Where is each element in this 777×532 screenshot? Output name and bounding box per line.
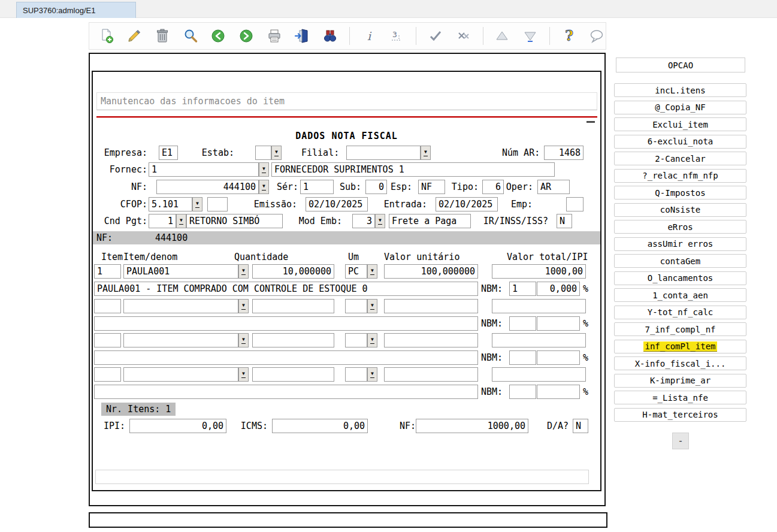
item-denom-spinner[interactable] — [238, 264, 249, 279]
item-denom-spinner[interactable] — [238, 367, 249, 382]
estab-spinner[interactable] — [271, 146, 282, 160]
item-denom-field[interactable] — [123, 367, 238, 382]
item-qty-field[interactable] — [252, 333, 334, 347]
cnd-pgt-field[interactable]: 1 — [149, 214, 176, 228]
option-mat-terceiros[interactable]: H-mat_terceiros — [614, 408, 746, 422]
esp-field[interactable]: NF — [418, 180, 445, 194]
item-ipi-pct-field[interactable]: 0,000 — [537, 282, 580, 296]
item-unit-value-field[interactable] — [384, 333, 478, 347]
help-icon[interactable]: ? — [560, 27, 578, 45]
fornec-name-field[interactable]: FORNECEDOR SUPRIMENTOS 1 — [271, 162, 555, 177]
oper-field[interactable]: AR — [537, 180, 570, 194]
option-copia-nf[interactable]: @_Copia_NF — [614, 101, 746, 114]
cfop-aux-field[interactable] — [207, 197, 228, 211]
item-um-spinner[interactable] — [367, 299, 377, 313]
navigate-up-icon[interactable] — [493, 27, 511, 45]
cnd-pgt-desc-field[interactable]: RETORNO SIMBÓ — [186, 214, 283, 228]
estab-field[interactable] — [255, 146, 271, 160]
option-contagem[interactable]: contaGem — [614, 254, 746, 268]
cfop-field[interactable]: 5.101 — [149, 197, 192, 211]
item-desc-field[interactable] — [94, 385, 478, 399]
item-denom-field[interactable] — [123, 299, 238, 313]
window-tab[interactable]: SUP3760:admlog/E1 — [16, 2, 136, 18]
option-inf-compl-item[interactable]: inf_comPl_item — [614, 340, 746, 353]
option-relac-nfm-nfp[interactable]: ?_relac_nfm_nfp — [614, 169, 746, 183]
item-um-field[interactable] — [345, 367, 367, 382]
item-um-spinner[interactable] — [367, 333, 377, 347]
item-denom-field[interactable]: PAULA001 — [123, 264, 238, 279]
nf-spinner[interactable] — [259, 180, 269, 194]
item-desc-field[interactable] — [94, 316, 478, 331]
item-um-field[interactable] — [345, 299, 367, 313]
item-um-field[interactable]: PC — [345, 264, 367, 279]
delete-record-icon[interactable] — [153, 27, 171, 45]
print-icon[interactable] — [265, 27, 283, 45]
cnd-pgt-spinner[interactable] — [176, 214, 186, 228]
item-ipi-pct-field[interactable] — [537, 385, 580, 399]
option-imprime-ar[interactable]: K-imprime_ar — [614, 374, 746, 388]
exit-icon[interactable] — [294, 27, 312, 45]
confirm-icon[interactable] — [427, 27, 445, 45]
item-nbm-field[interactable] — [509, 316, 536, 331]
icms-total-field[interactable]: 0,00 — [272, 419, 368, 433]
item-ipi-pct-field[interactable] — [537, 350, 580, 365]
item-unit-value-field[interactable]: 100,000000 — [384, 264, 478, 279]
item-denom-field[interactable] — [123, 333, 238, 347]
emp-field[interactable] — [566, 197, 583, 211]
item-unit-value-field[interactable] — [384, 299, 478, 313]
comment-icon[interactable] — [588, 27, 606, 45]
edit-record-icon[interactable] — [126, 27, 144, 45]
item-ipi-pct-field[interactable] — [537, 316, 580, 331]
nf-field[interactable]: 444100 — [156, 180, 259, 194]
item-desc-field[interactable] — [94, 350, 478, 365]
cfop-spinner[interactable] — [192, 197, 202, 211]
item-denom-spinner[interactable] — [238, 299, 249, 313]
filial-field[interactable] — [346, 146, 421, 160]
fornec-spinner[interactable] — [259, 162, 269, 177]
item-total-field[interactable] — [492, 299, 586, 313]
item-qty-field[interactable]: 10,000000 — [252, 264, 334, 279]
option-incl-itens[interactable]: incL.itens — [614, 83, 746, 97]
num-ar-field[interactable]: 1468 — [544, 146, 583, 160]
item-qty-field[interactable] — [252, 367, 334, 382]
item-unit-value-field[interactable] — [384, 367, 478, 382]
entrada-field[interactable]: 02/10/2025 — [436, 197, 498, 211]
option-impostos[interactable]: Q-Impostos — [614, 186, 746, 200]
filial-spinner[interactable] — [421, 146, 431, 160]
da-field[interactable]: N — [573, 419, 588, 433]
option-cancelar[interactable]: 2-Cancelar — [614, 152, 746, 165]
navigate-down-icon[interactable] — [521, 27, 539, 45]
ipi-total-field[interactable]: 0,00 — [129, 419, 226, 433]
option-exclui-nota[interactable]: 6-exclui_nota — [614, 135, 746, 149]
item-number-field[interactable] — [94, 367, 121, 382]
item-number-field[interactable] — [94, 299, 121, 313]
item-number-field[interactable]: 1 — [94, 264, 121, 279]
item-um-field[interactable] — [345, 333, 367, 347]
option-menu-collapse-button[interactable]: - — [672, 433, 689, 449]
row-number-icon[interactable]: 3 — [388, 27, 406, 45]
empresa-field[interactable]: E1 — [159, 146, 178, 160]
item-total-field[interactable]: 1000,00 — [492, 264, 586, 279]
item-um-spinner[interactable] — [367, 264, 377, 279]
item-desc-field[interactable]: PAULA001 - ITEM COMPRADO COM CONTROLE DE… — [94, 282, 478, 296]
option-info-fiscal[interactable]: X-info_fiscal_i... — [614, 356, 746, 370]
mod-emb-desc-field[interactable]: Frete a Paga — [389, 214, 471, 228]
emissao-field[interactable]: 02/10/2025 — [306, 197, 368, 211]
ir-inss-iss-field[interactable]: N — [557, 214, 572, 228]
option-inf-compl-nf[interactable]: 7_inf_compl_nf — [614, 322, 746, 336]
option-assumir-erros[interactable]: assUmir erros — [614, 237, 746, 251]
mod-emb-field[interactable]: 3 — [352, 214, 375, 228]
serie-field[interactable]: 1 — [300, 180, 334, 194]
item-denom-spinner[interactable] — [238, 333, 249, 347]
item-number-field[interactable] — [94, 333, 121, 347]
find-icon[interactable] — [321, 27, 339, 45]
info-icon[interactable]: i — [360, 27, 378, 45]
next-record-icon[interactable] — [237, 27, 255, 45]
option-lancamentos[interactable]: O_lancamentos — [614, 271, 746, 285]
item-nbm-field[interactable] — [509, 385, 536, 399]
item-um-spinner[interactable] — [367, 367, 377, 382]
mod-emb-spinner[interactable] — [375, 214, 385, 228]
sub-field[interactable]: 0 — [365, 180, 387, 194]
item-nbm-field[interactable]: 1 — [509, 282, 536, 296]
option-conta-aen[interactable]: 1_conta_aen — [614, 288, 746, 302]
